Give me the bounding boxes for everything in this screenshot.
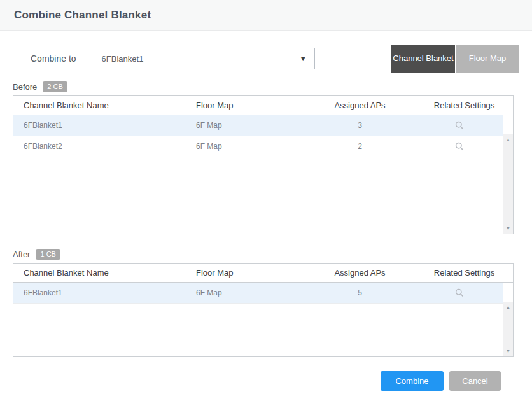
- before-label: Before: [13, 82, 37, 92]
- cell-name: 6FBlanket2: [13, 142, 196, 151]
- column-header-related-settings: Related Settings: [416, 268, 513, 278]
- combine-button[interactable]: Combine: [381, 371, 444, 391]
- before-table-body: 6FBlanket1 6F Map 3 6FBlanket2 6F Map 2: [13, 115, 513, 234]
- after-label: After: [13, 250, 30, 259]
- before-table: Channel Blanket Name Floor Map Assigned …: [13, 95, 514, 234]
- channel-blanket-toggle-button[interactable]: Channel Blanket: [391, 45, 455, 73]
- after-section-header: After 1 CB: [13, 248, 519, 260]
- before-table-rows: 6FBlanket1 6F Map 3 6FBlanket2 6F Map 2: [13, 115, 503, 234]
- combine-to-label: Combine to: [31, 53, 76, 64]
- cell-related-settings: [416, 121, 503, 130]
- before-section-header: Before 2 CB: [13, 80, 519, 93]
- after-table-body: 6FBlanket1 6F Map 5 ▲ ▼: [13, 283, 513, 356]
- column-header-related-settings: Related Settings: [416, 101, 513, 110]
- cell-assigned-aps: 5: [304, 288, 416, 297]
- vertical-scrollbar[interactable]: ▲ ▼: [503, 134, 513, 234]
- view-toggle: Channel Blanket Floor Map: [391, 45, 519, 73]
- before-table-header: Channel Blanket Name Floor Map Assigned …: [13, 96, 513, 115]
- toolbar: Combine to 6FBlanket1 ▼ Channel Blanket …: [13, 45, 519, 73]
- before-count-badge: 2 CB: [43, 81, 67, 92]
- search-icon[interactable]: [455, 121, 464, 130]
- chevron-down-icon: ▼: [300, 55, 307, 62]
- scroll-up-icon[interactable]: ▲: [506, 134, 510, 145]
- cell-floor-map: 6F Map: [196, 288, 304, 297]
- dialog-header: Combine Channel Blanket: [0, 0, 532, 31]
- scroll-down-icon[interactable]: ▼: [506, 223, 510, 234]
- column-header-name: Channel Blanket Name: [13, 101, 196, 110]
- cell-name: 6FBlanket1: [13, 288, 196, 297]
- after-table-header: Channel Blanket Name Floor Map Assigned …: [13, 264, 513, 283]
- cell-floor-map: 6F Map: [196, 121, 304, 130]
- search-icon[interactable]: [455, 142, 464, 151]
- column-header-floor-map: Floor Map: [196, 268, 304, 278]
- column-header-name: Channel Blanket Name: [13, 268, 196, 278]
- table-row[interactable]: 6FBlanket2 6F Map 2: [13, 136, 503, 157]
- cell-assigned-aps: 2: [304, 142, 416, 151]
- floor-map-toggle-button[interactable]: Floor Map: [456, 45, 519, 73]
- scroll-up-icon[interactable]: ▲: [506, 302, 510, 313]
- combine-to-select[interactable]: 6FBlanket1 ▼: [94, 48, 315, 69]
- cell-related-settings: [416, 288, 503, 298]
- scroll-down-icon[interactable]: ▼: [506, 346, 510, 356]
- dialog-footer: Combine Cancel: [13, 371, 519, 391]
- table-row[interactable]: 6FBlanket1 6F Map 3: [13, 115, 503, 136]
- after-table: Channel Blanket Name Floor Map Assigned …: [13, 263, 514, 357]
- after-count-badge: 1 CB: [36, 249, 60, 260]
- search-icon[interactable]: [455, 288, 464, 297]
- cell-name: 6FBlanket1: [13, 121, 196, 130]
- cell-related-settings: [416, 142, 503, 151]
- column-header-floor-map: Floor Map: [196, 101, 304, 110]
- combine-to-value: 6FBlanket1: [102, 54, 300, 64]
- after-table-rows: 6FBlanket1 6F Map 5: [13, 283, 503, 356]
- page-title: Combine Channel Blanket: [14, 9, 151, 22]
- dialog-body: Combine to 6FBlanket1 ▼ Channel Blanket …: [0, 45, 532, 391]
- cancel-button[interactable]: Cancel: [449, 371, 501, 391]
- table-row[interactable]: 6FBlanket1 6F Map 5: [13, 283, 503, 304]
- cell-assigned-aps: 3: [304, 121, 416, 130]
- column-header-assigned-aps: Assigned APs: [304, 268, 416, 278]
- cell-floor-map: 6F Map: [196, 142, 304, 151]
- column-header-assigned-aps: Assigned APs: [304, 101, 416, 110]
- vertical-scrollbar[interactable]: ▲ ▼: [503, 302, 513, 356]
